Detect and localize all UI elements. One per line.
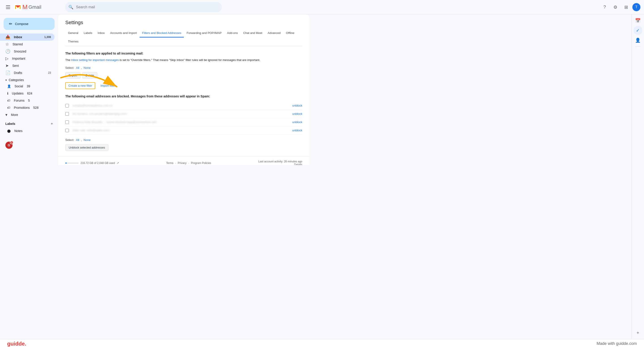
- sidebar-label-inbox: Inbox: [14, 35, 41, 39]
- blocked-checkbox-3[interactable]: [65, 120, 69, 124]
- compose-icon: ✏: [9, 21, 12, 26]
- sidebar-label-notes: Notes: [14, 129, 22, 133]
- sidebar-label-forums: Forums: [14, 99, 24, 102]
- sidebar-item-promotions[interactable]: 🏷 Promotions 528: [0, 104, 54, 111]
- account-avatar: G 3: [5, 142, 12, 149]
- sidebar-item-notes[interactable]: ⬤ Notes: [0, 127, 54, 135]
- tab-filters[interactable]: Filters and Blocked Addresses: [140, 29, 184, 37]
- tab-offline[interactable]: Offline: [283, 29, 297, 37]
- sidebar: ✏ Compose 📥 Inbox 1,308 ☆ Starred 🕐 Snoo…: [0, 14, 58, 165]
- storage-open-icon[interactable]: ↗: [117, 162, 119, 165]
- sidebar-item-important[interactable]: ▷ Important: [0, 55, 54, 62]
- unblock-link-4[interactable]: unblock: [292, 129, 302, 132]
- settings-tabs: General Labels Inbox Accounts and Import…: [65, 29, 302, 46]
- sidebar-item-more[interactable]: ▾ More: [0, 111, 54, 118]
- sidebar-item-forums[interactable]: 🏷 Forums 5: [0, 97, 54, 104]
- header: M Gmail 🔍 ? ⚙ ⊞ T: [0, 0, 322, 14]
- more-chevron-icon: ▾: [5, 112, 8, 117]
- sidebar-label-starred: Starred: [12, 42, 51, 46]
- tab-labels[interactable]: Labels: [81, 29, 95, 37]
- header-left: M Gmail: [4, 3, 62, 12]
- gmail-logo: M Gmail: [14, 3, 41, 11]
- sidebar-label-sent: Sent: [12, 64, 51, 67]
- select-none2-link[interactable]: None: [84, 138, 90, 142]
- inbox-count: 1,308: [44, 35, 51, 39]
- compose-label: Compose: [15, 22, 28, 26]
- starred-icon: ☆: [5, 42, 9, 47]
- sidebar-item-starred[interactable]: ☆ Starred: [0, 41, 54, 48]
- blocked-email-1: noreply@someaddress.com.co: [72, 104, 292, 107]
- select-all-link[interactable]: All: [76, 66, 79, 69]
- important-icon: ▷: [5, 56, 8, 61]
- select-all2-link[interactable]: All: [76, 138, 79, 142]
- select-none-link[interactable]: None: [84, 66, 90, 69]
- blocked-email-2: No Senders <no-senders@fakereply.com>: [72, 112, 292, 116]
- blocked-checkbox-2[interactable]: [65, 112, 69, 116]
- add-label-button[interactable]: +: [49, 121, 54, 126]
- unblock-link-1[interactable]: unblock: [292, 104, 302, 107]
- social-count: 39: [26, 84, 30, 88]
- sidebar-label-snoozed: Snoozed: [14, 50, 51, 53]
- menu-icon[interactable]: [4, 3, 12, 12]
- snoozed-icon: 🕐: [5, 49, 10, 54]
- search-bar[interactable]: 🔍: [65, 2, 222, 12]
- drafts-count: 23: [48, 71, 51, 74]
- unblock-link-3[interactable]: unblock: [292, 120, 302, 124]
- filters-section-title: The following filters are applied to all…: [65, 52, 302, 55]
- create-filter-link[interactable]: Create a new filter: [65, 82, 95, 89]
- sidebar-item-sent[interactable]: ➤ Sent: [0, 62, 54, 69]
- account-switcher[interactable]: G 3: [0, 138, 58, 152]
- tab-general[interactable]: General: [65, 29, 81, 37]
- sidebar-item-social[interactable]: 👤 Social 39: [0, 83, 54, 90]
- blocked-section-title: The following email addresses are blocke…: [65, 94, 302, 98]
- tab-advanced[interactable]: Advanced: [265, 29, 283, 37]
- updates-count: 624: [27, 92, 32, 95]
- program-policies-link[interactable]: Program Policies: [191, 162, 211, 165]
- tab-inbox[interactable]: Inbox: [95, 29, 108, 37]
- select-label2: Select:: [65, 138, 74, 142]
- last-activity-container: Last account activity: 26 minutes ago De…: [258, 160, 302, 165]
- blocked-item-3: Federica Kelly Beautifu... <some-blocked…: [65, 118, 302, 126]
- settings-footer: 216.72 GB of 2,048 GB used ↗ Terms · Pri…: [58, 156, 310, 165]
- delete-button[interactable]: Delete: [82, 72, 98, 79]
- info-prefix: The: [65, 58, 71, 62]
- unblock-link-2[interactable]: unblock: [292, 112, 302, 116]
- import-filters-link[interactable]: Import filters: [100, 84, 117, 87]
- inbox-setting-link[interactable]: Inbox setting for important messages: [71, 58, 119, 62]
- terms-link[interactable]: Terms: [166, 162, 174, 165]
- tab-accounts[interactable]: Accounts and Import: [107, 29, 139, 37]
- privacy-link[interactable]: Privacy: [178, 162, 186, 165]
- blocked-checkbox-1[interactable]: [65, 104, 69, 107]
- search-icon: 🔍: [68, 5, 73, 9]
- tab-addons[interactable]: Add-ons: [224, 29, 240, 37]
- details-link[interactable]: Details: [294, 163, 302, 165]
- filter-buttons-row: Export Delete: [65, 72, 302, 79]
- gmail-m-icon: [14, 3, 22, 11]
- tab-chat[interactable]: Chat and Meet: [240, 29, 265, 37]
- settings-panel: Settings General Labels Inbox Accounts a…: [58, 14, 310, 156]
- compose-button[interactable]: ✏ Compose: [4, 18, 54, 30]
- sidebar-item-inbox[interactable]: 📥 Inbox 1,308: [0, 33, 54, 41]
- info-suffix: is set to "Override filters." That means…: [119, 58, 260, 62]
- unblock-btn-container: Unblock selected addresses: [65, 144, 302, 151]
- social-icon: 👤: [7, 84, 11, 88]
- inbox-icon: 📥: [5, 35, 10, 39]
- blocked-item-1: noreply@someaddress.com.co unblock: [65, 102, 302, 110]
- export-button[interactable]: Export: [65, 72, 80, 79]
- unblock-selected-button[interactable]: Unblock selected addresses: [65, 144, 108, 151]
- blocked-email-4: Stifer sale <info@sales.com>: [72, 129, 292, 132]
- sidebar-item-snoozed[interactable]: 🕐 Snoozed: [0, 48, 54, 55]
- blocked-checkbox-4[interactable]: [65, 129, 69, 132]
- search-input[interactable]: [65, 2, 222, 12]
- sidebar-label-promotions: Promotions: [14, 106, 30, 109]
- tab-forwarding[interactable]: Forwarding and POP/IMAP: [184, 29, 224, 37]
- sidebar-item-updates[interactable]: ℹ Updates 624: [0, 90, 54, 97]
- labels-header: Labels +: [0, 118, 58, 127]
- tab-themes[interactable]: Themes: [65, 37, 81, 46]
- filters-info-text: The Inbox setting for important messages…: [65, 58, 302, 63]
- storage-text: 216.72 GB of 2,048 GB used: [80, 162, 115, 165]
- categories-toggle[interactable]: ▾ Categories: [0, 76, 58, 83]
- sidebar-label-important: Important: [12, 57, 51, 60]
- updates-icon: ℹ: [7, 92, 8, 95]
- sidebar-item-drafts[interactable]: 📄 Drafts 23: [0, 69, 54, 76]
